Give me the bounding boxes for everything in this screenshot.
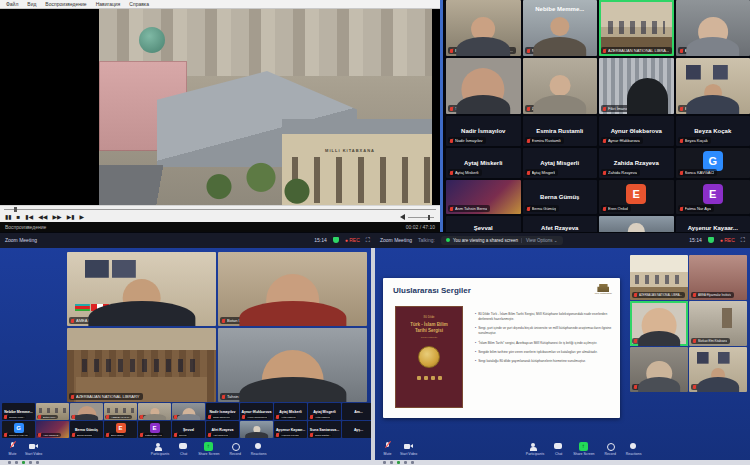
participant-tile[interactable]: Beyza KoçakBeyza Koçak — [676, 116, 750, 146]
participant-tile[interactable]: Şevval — [446, 216, 521, 232]
participant-tile[interactable]: Mərkəzi Elmi Kitabxana — [689, 301, 747, 346]
menu-item[interactable]: Файл — [6, 1, 18, 7]
windows-taskbar[interactable] — [0, 460, 375, 465]
toolbar-rec-button[interactable]: Record — [605, 442, 616, 456]
participant-tile[interactable]: Telli Xanım — [70, 403, 103, 420]
react-icon — [629, 442, 638, 451]
participant-tile[interactable]: Ayşenur Kayaar...Ayşenur Kayaar — [274, 421, 307, 438]
participant-gallery: Botan Üniversitesi Edebiyat Fa...Nebibe … — [446, 0, 750, 232]
player-control-button[interactable]: ▮◀ — [25, 214, 33, 220]
participant-tile[interactable]: Afet RzayevaAfet Rzayeva — [206, 421, 239, 438]
participant-tile[interactable]: Aytaj MiskerliAytaj Miskerli — [446, 148, 521, 178]
view-options-button[interactable]: View Options ⌄ — [521, 238, 557, 243]
toolbar-label: Participants — [151, 452, 169, 456]
participant-tile[interactable]: EEren Önkol — [104, 421, 137, 438]
participant-tile[interactable]: K. Tahirov — [630, 301, 688, 346]
participant-tile[interactable]: ŞevvalŞevval — [172, 421, 205, 438]
toolbar-share-button[interactable]: Share Screen — [573, 442, 594, 456]
participant-tile[interactable]: Amiroglu — [676, 0, 750, 56]
player-control-button[interactable]: ▶▶ — [52, 214, 61, 220]
toolbar-users-button[interactable]: Participants — [151, 442, 169, 456]
video-area[interactable]: MİLLİ KİTABXANA — [0, 9, 440, 205]
participant-tile[interactable]: Aytaj MisgerliAytaj Misgerli — [523, 148, 598, 178]
participant-tile[interactable]: AMEA Mərkəzi Elmi Kitabxana — [67, 252, 216, 326]
participant-tile[interactable]: GSonca KAVGACI — [676, 148, 750, 178]
player-control-button[interactable]: ▮▮ — [5, 214, 12, 220]
participant-tile[interactable]: AZERBAIJAN NATIONAL LIBRA... — [630, 255, 688, 300]
trees — [195, 159, 315, 205]
player-control-button[interactable]: ▶ — [80, 214, 85, 220]
player-control-button[interactable]: ■ — [17, 214, 21, 220]
toolbar-rec-button[interactable]: Record — [230, 442, 241, 456]
participant-tile[interactable]: Berna GümüşBerna Gümüş — [70, 421, 103, 438]
participant-tile[interactable]: Ayşenur Kayaar... — [676, 216, 750, 232]
participant-tile[interactable]: AZERBAIJAN N... — [104, 403, 137, 420]
player-control-button[interactable]: ◀◀ — [38, 214, 47, 220]
participant-tile[interactable] — [599, 216, 674, 232]
participant-tile[interactable]: Zeyni Kazim — [523, 58, 598, 114]
participant-tile[interactable]: Afet Rzayeva — [523, 216, 598, 232]
participant-tile[interactable]: EFatma Nur Aya — [138, 421, 171, 438]
participant-tile[interactable]: Amiroglu — [172, 403, 205, 420]
toolbar-chat-button[interactable]: Chat — [554, 442, 563, 456]
participant-tile[interactable]: BDU Kitabxanaçılıq-inf... — [689, 347, 747, 392]
participant-tile[interactable]: Botan Üniversitesi Edebiyat Fak... — [218, 252, 367, 326]
participant-tile[interactable]: BDU Kitabxanaçılıq-inf... — [676, 58, 750, 114]
participant-tile[interactable]: Asm Tahsin B... — [36, 421, 69, 438]
participant-tile[interactable]: Zeyni Kazim — [630, 347, 688, 392]
toolbar-react-button[interactable]: Reactions — [626, 442, 642, 456]
participant-tile[interactable]: Nebibe Memme...Nebibe Memmedzade — [523, 0, 598, 56]
participant-tile[interactable]: Botan Üniversitesi Edebiyat Fa... — [446, 0, 521, 56]
toolbar-cam-button[interactable]: Start Video — [25, 442, 42, 456]
fullscreen-icon[interactable]: ⛶ — [741, 237, 745, 244]
participant-tile[interactable]: EEren Önkol — [599, 180, 674, 214]
volume-control[interactable] — [400, 214, 434, 220]
toolbar-chat-button[interactable]: Chat — [179, 442, 188, 456]
participant-tile[interactable] — [240, 421, 273, 438]
toolbar-mic-button[interactable]: Mute — [383, 442, 392, 456]
participant-tile[interactable]: Aytaj MisgerliAytaj Misgerli — [308, 403, 341, 420]
participant-tile[interactable]: Suna Santarova...Suna Santar... — [308, 421, 341, 438]
muted-mic-icon — [242, 415, 245, 419]
participant-tile-bottom[interactable]: Günay Paşayeva — [668, 394, 747, 438]
toolbar-label: Start Video — [25, 452, 42, 456]
toolbar-cam-button[interactable]: Start Video — [400, 442, 417, 456]
participant-label: Aytaj Miskerli — [275, 415, 297, 419]
menu-item[interactable]: Справка — [129, 1, 149, 7]
participant-tile[interactable]: Aynur ƏləkbərovaAynur Ələkbərova — [240, 403, 273, 420]
participant-label: Eren Önkol — [105, 433, 125, 437]
participant-tile[interactable]: AZERBAIJAN NATIONAL LIBRA... — [599, 0, 674, 56]
participant-tile[interactable]: Fikri İmanov — [599, 58, 674, 114]
participant-tile[interactable]: Asm Tahsin Berna — [446, 180, 521, 214]
participant-tile[interactable]: Zahida RzayevaZahida Rzayeva — [599, 148, 674, 178]
participant-tile[interactable]: Telli Xanım — [446, 58, 521, 114]
toolbar-react-button[interactable]: Reactions — [251, 442, 267, 456]
participant-tile[interactable]: Berna GümüşBerna Gümüş — [523, 180, 598, 214]
participant-tile[interactable]: Zeyni Kazim — [138, 403, 171, 420]
participant-label: Telli Xanım — [448, 105, 478, 112]
menu-item[interactable]: Вид — [27, 1, 36, 7]
participant-tile[interactable]: Tahsin Berna — [218, 328, 367, 402]
toolbar-mic-button[interactable]: Mute — [8, 442, 17, 456]
toolbar-users-button[interactable]: Participants — [526, 442, 544, 456]
windows-taskbar[interactable] — [375, 460, 750, 465]
participant-tile[interactable]: Nadir İsmayılovNadir İsmayılov — [446, 116, 521, 146]
participant-tile[interactable]: Botan Üniv... — [36, 403, 69, 420]
participant-tile[interactable]: Esmira RustamliEsmira Rustamli — [523, 116, 598, 146]
volume-thumb[interactable] — [428, 215, 430, 220]
participant-tile[interactable]: Nadir İsmayılovNadir İsmayılov — [206, 403, 239, 420]
participant-label: Asm Tahsin Berna — [448, 205, 490, 212]
toolbar-share-button[interactable]: Share Screen — [198, 442, 219, 456]
viewing-screen-pill[interactable]: You are viewing a shared screen View Opt… — [441, 236, 563, 245]
participant-tile[interactable]: AZERBAIJAN NATIONAL LIBRARY — [67, 328, 216, 402]
participant-tile[interactable]: Aynur ƏləkbərovaAynur Ələkbərova — [599, 116, 674, 146]
participant-tile[interactable]: GSonca KAVGACI — [2, 421, 35, 438]
player-control-button[interactable]: ▶▮ — [67, 214, 75, 220]
menu-item[interactable]: Воспроизведение — [45, 1, 86, 7]
participant-tile[interactable]: AMEA Əlyazmalar İnstitutu — [689, 255, 747, 300]
participant-tile[interactable]: Aytaj MiskerliAytaj Miskerli — [274, 403, 307, 420]
participant-tile[interactable]: EFatma Nur Aya — [676, 180, 750, 214]
fullscreen-icon[interactable]: ⛶ — [366, 237, 370, 244]
menu-item[interactable]: Навигация — [96, 1, 121, 7]
participant-tile[interactable]: Nebibe Memme...Nebibe Mem... — [2, 403, 35, 420]
